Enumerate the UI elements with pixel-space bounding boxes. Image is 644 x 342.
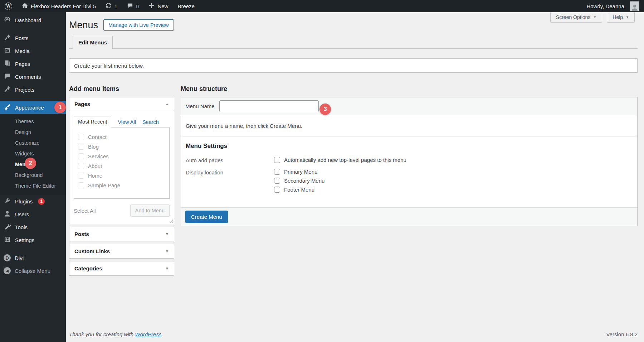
display-location-options: Primary Menu Secondary Menu Footer Menu: [274, 169, 325, 193]
location-label: Primary Menu: [284, 169, 317, 175]
screen-options-button[interactable]: Screen Options ▼: [550, 12, 602, 23]
custom-links-panel-header[interactable]: Custom Links ▼: [69, 244, 174, 258]
sidebar-item-media[interactable]: Media: [0, 44, 66, 57]
submenu-item-background[interactable]: Background: [0, 170, 66, 180]
checkbox[interactable]: [78, 144, 84, 150]
submenu-item-design[interactable]: Design: [0, 127, 66, 138]
sidebar-item-comments[interactable]: Comments: [0, 70, 66, 83]
page-checkbox-row: Blog: [78, 142, 165, 151]
posts-panel-header[interactable]: Posts ▼: [69, 227, 174, 241]
sidebar-item-pages[interactable]: Pages: [0, 57, 66, 70]
chevron-up-icon[interactable]: ▲: [165, 102, 169, 106]
pushpin-icon: [4, 34, 11, 42]
submenu-item-theme-file-editor[interactable]: Theme File Editor: [0, 180, 66, 191]
checkbox[interactable]: [78, 134, 84, 140]
update-icon: [105, 2, 112, 10]
sidebar-item-users[interactable]: Users: [0, 208, 66, 221]
help-button[interactable]: Help ▼: [607, 12, 635, 23]
notice-text: Create your first menu below.: [74, 63, 144, 69]
page-checkbox-row: Services: [78, 151, 165, 161]
site-name-label: Flexbox Headers For Divi 5: [31, 3, 96, 9]
my-account-menu[interactable]: Howdy, Deanna: [582, 0, 644, 12]
page-item-label: Services: [88, 153, 109, 159]
select-all-link[interactable]: Select All: [74, 208, 96, 214]
screen-meta-links: Screen Options ▼ Help ▼: [550, 12, 635, 23]
tab-search[interactable]: Search: [142, 117, 159, 127]
menu-name-input[interactable]: [219, 100, 319, 112]
menu-edit-footer: Create Menu: [181, 207, 637, 226]
tab-edit-menus[interactable]: Edit Menus: [73, 36, 113, 49]
sidebar-label: Divi: [15, 255, 24, 261]
checkbox[interactable]: [78, 163, 84, 169]
sidebar-label: Projects: [15, 87, 34, 93]
pages-checklist: Contact Blog Services About: [74, 127, 170, 199]
display-location-label: Display location: [186, 169, 274, 193]
display-location-row: Display location Primary Menu Secondary …: [186, 169, 633, 193]
chevron-down-icon[interactable]: ▼: [165, 266, 169, 270]
checkbox[interactable]: [274, 178, 280, 184]
chevron-down-icon[interactable]: ▼: [165, 232, 169, 236]
sidebar-item-collapse-menu[interactable]: ◀ Collapse Menu: [0, 264, 66, 277]
submenu-item-themes[interactable]: Themes: [0, 116, 66, 127]
add-to-menu-button[interactable]: Add to Menu: [130, 204, 170, 217]
page-item-label: Home: [88, 173, 102, 179]
categories-panel-header[interactable]: Categories ▼: [69, 261, 174, 275]
checkbox[interactable]: [78, 153, 84, 159]
wordpress-link[interactable]: WordPress: [135, 331, 161, 337]
comments-indicator[interactable]: 0: [122, 0, 143, 12]
thanks-suffix: .: [161, 331, 163, 337]
manage-live-preview-button[interactable]: Manage with Live Preview: [103, 19, 174, 31]
avatar: [630, 1, 639, 11]
tab-most-recent[interactable]: Most Recent: [74, 116, 111, 127]
checkbox[interactable]: [274, 157, 280, 163]
menu-name-label: Menu Name: [185, 103, 215, 109]
checkbox[interactable]: [78, 182, 84, 188]
categories-panel: Categories ▼: [69, 261, 174, 276]
pushpin-icon: [4, 85, 11, 94]
auto-add-checkbox-row: Automatically add new top-level pages to…: [274, 156, 406, 163]
location-label: Footer Menu: [284, 187, 314, 193]
create-menu-button[interactable]: Create Menu: [185, 211, 228, 223]
sidebar-item-posts[interactable]: Posts: [0, 32, 66, 44]
menu-structure-heading: Menu structure: [181, 85, 638, 93]
new-content-menu[interactable]: New: [143, 0, 173, 12]
checkbox[interactable]: [274, 169, 280, 175]
chevron-down-icon[interactable]: ▼: [165, 249, 169, 253]
sidebar-item-plugins[interactable]: Plugins 1: [0, 195, 66, 208]
sidebar-item-dashboard[interactable]: Dashboard: [0, 14, 66, 27]
updates-indicator[interactable]: 1: [101, 0, 122, 12]
create-menu-notice: Create your first menu below.: [69, 58, 638, 73]
admin-bar-right: Howdy, Deanna: [582, 0, 644, 12]
categories-panel-title: Categories: [74, 265, 102, 271]
annotation-badge-3: 3: [319, 103, 331, 115]
sidebar-label: Plugins: [15, 198, 33, 204]
add-menu-items-column: Add menu items Pages ▲ Most Recent View …: [69, 73, 174, 276]
chevron-down-icon: ▼: [593, 15, 596, 19]
sidebar-item-settings[interactable]: Settings: [0, 233, 66, 246]
paintbrush-icon: [4, 103, 11, 112]
howdy-label: Howdy, Deanna: [586, 3, 624, 9]
user-icon: [4, 210, 11, 218]
menu-editor-columns: Add menu items Pages ▲ Most Recent View …: [69, 73, 638, 276]
checkbox[interactable]: [274, 187, 280, 193]
checkbox[interactable]: [78, 173, 84, 179]
pages-panel-actions: Select All Add to Menu: [74, 204, 170, 219]
pages-panel-header[interactable]: Pages ▲: [69, 97, 174, 111]
auto-add-pages-label: Auto add pages: [186, 156, 274, 163]
dashboard-icon: [4, 16, 11, 24]
site-name-link[interactable]: Flexbox Headers For Divi 5: [17, 0, 101, 12]
home-icon: [21, 2, 28, 10]
submenu-item-widgets[interactable]: Widgets: [0, 148, 66, 159]
media-icon: [4, 47, 11, 55]
breeze-menu[interactable]: Breeze: [173, 0, 199, 12]
sidebar-item-projects[interactable]: Projects: [0, 83, 66, 96]
menu-settings-section: Menu Settings Auto add pages Automatical…: [181, 137, 637, 207]
location-label: Secondary Menu: [284, 178, 325, 184]
sidebar-item-divi[interactable]: D Divi: [0, 251, 66, 264]
tab-view-all[interactable]: View All: [118, 117, 136, 127]
submenu-item-customize[interactable]: Customize: [0, 138, 66, 148]
sidebar-item-tools[interactable]: Tools: [0, 221, 66, 233]
collapse-arrow-icon: ◀: [4, 267, 11, 274]
page-item-label: Blog: [88, 144, 99, 150]
wordpress-logo-menu[interactable]: W: [0, 0, 17, 12]
